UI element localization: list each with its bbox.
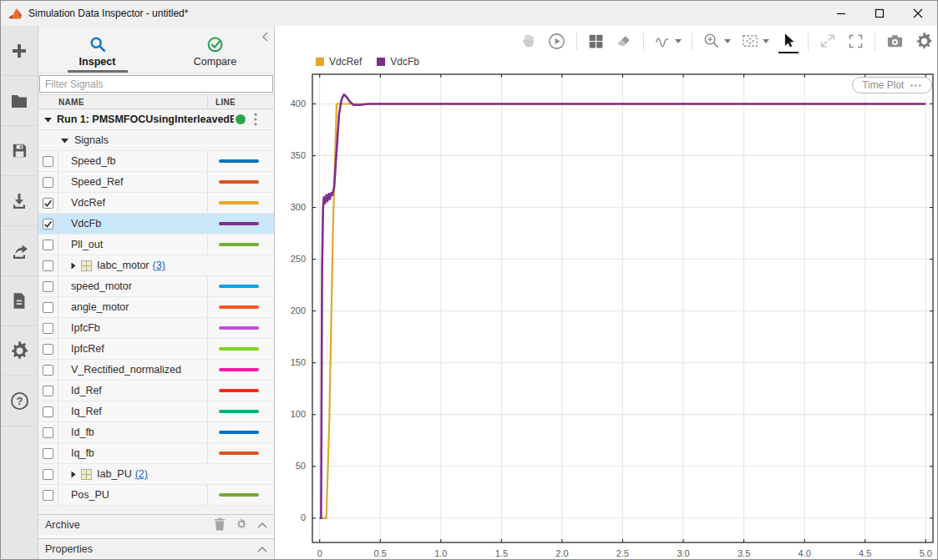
- line-style-cell[interactable]: [207, 339, 274, 359]
- run-menu-icon[interactable]: [254, 113, 257, 126]
- properties-collapse-chevron-icon[interactable]: [257, 543, 267, 555]
- signal-row[interactable]: Pll_out: [38, 235, 274, 255]
- trash-icon[interactable]: [214, 517, 226, 533]
- line-style-cell[interactable]: [207, 422, 274, 442]
- report-button[interactable]: [1, 276, 38, 326]
- signal-visibility-checkbox[interactable]: [43, 323, 53, 334]
- signal-name-cell: speed_motor: [58, 276, 207, 296]
- signal-visibility-checkbox[interactable]: [43, 386, 53, 396]
- line-style-cell[interactable]: [207, 193, 274, 213]
- signal-visibility-checkbox[interactable]: [43, 365, 53, 376]
- signal-row[interactable]: Iq_Ref: [38, 401, 274, 422]
- expand-caret-icon[interactable]: [71, 262, 76, 270]
- import-button[interactable]: [1, 176, 38, 226]
- line-style-cell[interactable]: [207, 172, 274, 192]
- signal-visibility-checkbox[interactable]: [43, 198, 53, 209]
- open-button[interactable]: [1, 76, 38, 126]
- signal-options-button[interactable]: [654, 32, 682, 50]
- run-row[interactable]: Run 1: PMSMFOCUsingInterleavedBc: [38, 109, 274, 130]
- line-style-cell[interactable]: [207, 276, 274, 296]
- signal-row[interactable]: Pos_PU: [38, 485, 274, 506]
- pop-out-button[interactable]: [819, 32, 837, 50]
- signal-visibility-checkbox[interactable]: [43, 490, 53, 501]
- signals-group-row[interactable]: Signals: [38, 130, 274, 151]
- signal-visibility-checkbox[interactable]: [43, 156, 53, 167]
- signal-visibility-checkbox[interactable]: [43, 177, 53, 188]
- signal-row[interactable]: Iq_fb: [38, 443, 274, 464]
- signal-visibility-checkbox[interactable]: [43, 281, 53, 292]
- line-style-cell[interactable]: [207, 235, 274, 255]
- plot-type-badge[interactable]: Time Plot •••: [852, 77, 932, 93]
- line-style-cell[interactable]: [207, 318, 274, 338]
- signals-expand-caret-icon[interactable]: [61, 134, 68, 146]
- signal-row[interactable]: Speed_fb: [38, 151, 274, 172]
- svg-text:3.0: 3.0: [677, 548, 689, 558]
- close-button[interactable]: [899, 1, 937, 26]
- line-style-cell[interactable]: [207, 214, 274, 234]
- signal-row[interactable]: Id_fb: [38, 422, 274, 443]
- signal-visibility-checkbox[interactable]: [43, 260, 53, 271]
- line-style-cell[interactable]: [207, 401, 274, 421]
- subplot-layout-button[interactable]: [587, 33, 605, 50]
- signal-row[interactable]: Id_Ref: [38, 381, 274, 401]
- line-style-cell[interactable]: [207, 297, 274, 317]
- collapse-sidebar-icon[interactable]: [262, 32, 268, 44]
- line-style-cell[interactable]: [207, 381, 274, 401]
- signal-row[interactable]: Iab_PU (2): [38, 464, 274, 485]
- signal-row[interactable]: VdcFb: [38, 214, 274, 235]
- signal-visibility-checkbox[interactable]: [43, 469, 53, 480]
- help-button[interactable]: ?: [1, 376, 38, 426]
- fullscreen-button[interactable]: [847, 33, 864, 50]
- tab-compare[interactable]: Compare: [156, 26, 274, 73]
- signal-row[interactable]: IpfcRef: [38, 339, 274, 360]
- line-style-cell[interactable]: [148, 464, 274, 484]
- pan-button[interactable]: [519, 32, 537, 50]
- tab-inspect[interactable]: Inspect: [38, 26, 156, 73]
- signal-row[interactable]: IpfcFb: [38, 318, 274, 339]
- signal-count-link[interactable]: (3): [153, 260, 165, 271]
- signal-row[interactable]: Iabc_motor (3): [38, 255, 274, 276]
- signal-visibility-checkbox[interactable]: [43, 302, 53, 313]
- signal-visibility-checkbox[interactable]: [43, 448, 53, 459]
- archive-section-bar[interactable]: Archive: [38, 514, 274, 535]
- run-expand-caret-icon[interactable]: [44, 114, 52, 125]
- line-style-cell[interactable]: [165, 255, 274, 275]
- snapshot-button[interactable]: [885, 32, 905, 51]
- cursor-button[interactable]: [779, 32, 798, 50]
- fit-to-view-button[interactable]: [741, 32, 769, 51]
- preferences-button[interactable]: [1, 326, 38, 376]
- line-style-cell[interactable]: [207, 360, 274, 380]
- signal-row[interactable]: VdcRef: [38, 193, 274, 214]
- properties-section-bar[interactable]: Properties: [38, 538, 274, 559]
- signal-visibility-checkbox[interactable]: [43, 344, 53, 355]
- replay-button[interactable]: [547, 32, 566, 51]
- signal-group-icon: [81, 469, 92, 480]
- line-style-cell[interactable]: [207, 485, 274, 505]
- signal-row[interactable]: speed_motor: [38, 276, 274, 297]
- signal-name: Iabc_motor: [97, 260, 150, 271]
- signal-visibility-checkbox[interactable]: [43, 427, 53, 438]
- zoom-in-button[interactable]: [702, 32, 731, 51]
- archive-settings-gear-icon[interactable]: [236, 518, 247, 532]
- filter-signals-input[interactable]: [39, 75, 273, 93]
- save-button[interactable]: [1, 126, 38, 176]
- signal-count-link[interactable]: (2): [135, 468, 148, 480]
- signal-visibility-checkbox[interactable]: [43, 219, 53, 230]
- erase-button[interactable]: [615, 32, 633, 50]
- export-button[interactable]: [1, 226, 38, 276]
- signal-visibility-checkbox[interactable]: [43, 406, 53, 417]
- line-style-cell[interactable]: [207, 151, 274, 171]
- signal-row[interactable]: V_Rectified_normalized: [38, 360, 274, 381]
- maximize-button[interactable]: [860, 1, 899, 26]
- new-button[interactable]: [1, 26, 38, 76]
- signal-visibility-checkbox[interactable]: [43, 240, 53, 250]
- expand-caret-icon[interactable]: [71, 471, 76, 478]
- signal-row[interactable]: Speed_Ref: [38, 172, 274, 193]
- diagonal-arrows-icon: [819, 32, 837, 50]
- time-plot-canvas[interactable]: 00.51.01.52.02.53.03.54.04.55.0050100150…: [275, 26, 938, 560]
- signal-row[interactable]: angle_motor: [38, 297, 274, 318]
- plot-settings-button[interactable]: [915, 32, 934, 51]
- minimize-button[interactable]: [822, 1, 860, 26]
- archive-collapse-chevron-icon[interactable]: [257, 519, 267, 531]
- line-style-cell[interactable]: [207, 443, 274, 463]
